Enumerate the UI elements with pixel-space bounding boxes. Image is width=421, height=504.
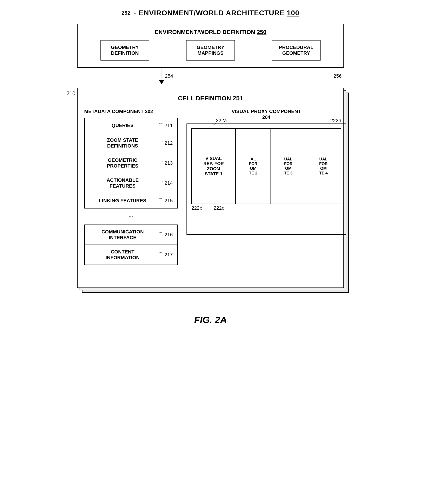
label-222b: 222b: [191, 205, 202, 211]
geometry-mappings: GEOMETRYMAPPINGS: [186, 40, 235, 60]
meta-row-geometric: GEOMETRICPROPERTIES ⌒ 213: [85, 153, 177, 173]
ellipsis: ...: [84, 209, 178, 222]
zoom-states-container: VISUALREP. FORZOOMSTATE 1 ALFOROMTE 2 UA…: [191, 128, 341, 204]
metadata-section: METADATA COMPONENT 202 QUERIES ⌒ 211 ZOO…: [84, 108, 178, 265]
fig-label: FIG. 2A: [194, 315, 227, 325]
visual-proxy-title: VISUAL PROXY COMPONENT 204: [187, 108, 346, 120]
cell-title: CELL DEFINITION 251: [84, 95, 337, 102]
bottom-labels: 222b 222c: [191, 205, 341, 216]
label-256: 256: [333, 73, 342, 79]
zoom-state-3: UALFOROMTE 3: [270, 128, 306, 204]
label-222c: 222c: [214, 205, 224, 211]
meta-row-zoom-state: ZOOM STATEDEFINITIONS ⌒ 212: [85, 133, 177, 153]
label-222a: 222a: [216, 118, 227, 124]
zoom-state-4: UALFOROMTE 4: [306, 128, 341, 204]
env-world-box: ENVIRONMENT/WORLD DEFINITION 250 GEOMETR…: [77, 24, 344, 68]
geometry-definition: GEOMETRYDEFINITION: [100, 40, 149, 60]
meta-row-content: CONTENTINFORMATION ⌒ 217: [85, 245, 177, 264]
visual-proxy-section: VISUAL PROXY COMPONENT 204 222a ↙ 222n V…: [187, 108, 346, 235]
arrow-label-252: 252: [122, 10, 130, 16]
metadata-title: METADATA COMPONENT 202: [84, 108, 178, 114]
arrow-head: [159, 80, 164, 84]
env-world-items: GEOMETRYDEFINITION GEOMETRYMAPPINGS PROC…: [84, 40, 337, 60]
procedural-geometry: PROCEDURALGEOMETRY: [272, 40, 321, 60]
cell-section: 210 CELL DEFINITION 251 METADATA COMPONE…: [77, 88, 344, 288]
meta-row-queries: QUERIES ⌒ 211: [85, 118, 177, 133]
zoom-state-2: ALFOROMTE 2: [235, 128, 271, 204]
label-222n: 222n: [330, 118, 341, 124]
visual-proxy-inner: 222a ↙ 222n VISUALREP. FORZOOMSTATE 1 AL…: [187, 124, 346, 235]
label-210: 210: [66, 90, 75, 96]
meta-row-communication: COMMUNICATIONINTERFACE ⌒ 216: [85, 225, 177, 245]
meta-row-actionable: ACTIONABLEFEATURES ⌒ 214: [85, 173, 177, 193]
env-world-section: ENVIRONMENT/WORLD DEFINITION 250 GEOMETR…: [77, 24, 344, 68]
cell-content: METADATA COMPONENT 202 QUERIES ⌒ 211 ZOO…: [84, 108, 337, 265]
metadata-box: QUERIES ⌒ 211 ZOOM STATEDEFINITIONS ⌒ 21…: [84, 118, 178, 209]
label-254: 254: [165, 73, 173, 79]
arrow-line: [162, 68, 162, 81]
zoom-state-1: VISUALREP. FORZOOMSTATE 1: [191, 128, 236, 204]
arrow-section: 254 256: [77, 68, 344, 88]
comm-content-box: COMMUNICATIONINTERFACE ⌒ 216 CONTENTINFO…: [84, 224, 178, 265]
env-world-title: ENVIRONMENT/WORLD DEFINITION 250: [84, 29, 337, 36]
arrow-222a: ↙: [213, 121, 216, 126]
meta-row-linking: LINKING FEATURES ⌒ 215: [85, 193, 177, 208]
title-text: ENVIRONMENT/WORLD ARCHITECTURE 100: [139, 9, 299, 17]
cell-main-box: 210 CELL DEFINITION 251 METADATA COMPONE…: [77, 88, 344, 288]
page-title: 252 ↘ ENVIRONMENT/WORLD ARCHITECTURE 100: [13, 9, 408, 17]
